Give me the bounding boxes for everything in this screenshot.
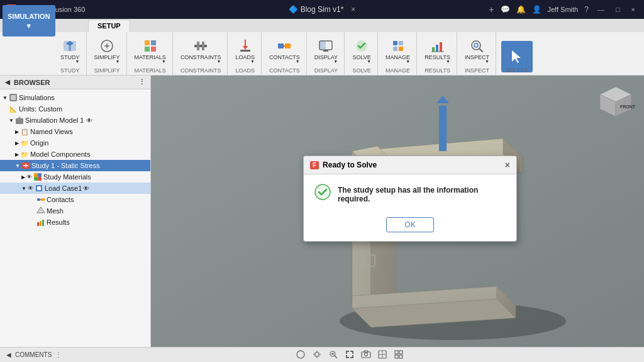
notif-icon[interactable]: 🔔 (516, 5, 526, 14)
tab-setup[interactable]: SETUP (88, 20, 130, 32)
study-mat-vis[interactable]: 👁 (26, 174, 32, 180)
doc-title: Blog Sim v1* (301, 5, 344, 14)
svg-rect-49 (42, 220, 44, 226)
tree-model-components[interactable]: ▶ 📁 Model Components (0, 149, 150, 160)
fit-icon[interactable] (345, 349, 355, 361)
load-case-vis[interactable]: 👁 (28, 185, 33, 191)
simulation-dropdown[interactable]: SIMULATION ▼ (3, 5, 55, 37)
study1-icon (21, 161, 30, 170)
load-case1-icon (35, 184, 43, 193)
dialog-check-icon (314, 183, 331, 203)
solve-icon (354, 38, 369, 54)
navcube[interactable]: FRONT (594, 82, 638, 126)
close-btn[interactable]: × (629, 6, 638, 13)
ribbon-tabs: SIMULATION ▼ SETUP (0, 19, 644, 32)
load-case-eye2[interactable]: 👁 (83, 185, 89, 192)
study-arrow: ▼ (75, 59, 80, 64)
tree-contacts[interactable]: Contacts (0, 194, 150, 205)
tree-mesh[interactable]: Mesh (0, 205, 150, 217)
svg-rect-95 (399, 351, 402, 354)
group-select-label: SELECT (497, 67, 536, 74)
camera-icon[interactable] (361, 349, 371, 361)
expand-origin[interactable]: ▶ (15, 140, 19, 146)
expand-simulations[interactable]: ▼ (3, 95, 8, 101)
zoom-icon[interactable] (328, 349, 338, 361)
svg-rect-83 (352, 351, 353, 354)
browser-label: BROWSER (14, 79, 50, 86)
tree-simulations[interactable]: ▼ Simulations (0, 92, 150, 103)
materials-icon (143, 38, 158, 54)
pan-icon[interactable] (312, 349, 322, 361)
tree-load-case1[interactable]: ▼ 👁 Load Case1 👁 (0, 183, 150, 194)
title-right: + 💬 🔔 👤 Jeff Smith ? — □ × (489, 4, 638, 14)
svg-rect-9 (202, 42, 204, 50)
svg-rect-75 (315, 353, 319, 356)
named-views-label: Named Views (30, 128, 73, 135)
tree-sim-model[interactable]: ▼ Simulation Model 1 👁 (0, 115, 150, 126)
expand-sim-model[interactable]: ▼ (9, 118, 14, 123)
tree-results[interactable]: Results (0, 217, 150, 228)
simulation-label: SIMULATION (8, 13, 50, 20)
svg-rect-20 (399, 41, 403, 45)
svg-text:FRONT: FRONT (620, 105, 636, 109)
expand-named-views[interactable]: ▶ (15, 129, 19, 135)
study-materials-label: Study Materials (43, 173, 91, 181)
display-mode-icon[interactable] (377, 349, 387, 361)
svg-rect-25 (440, 42, 442, 52)
svg-rect-5 (145, 47, 150, 52)
dialog-close-btn[interactable]: × (505, 160, 510, 170)
group-inspect: INSPECT ▼ INSPECT (458, 32, 496, 75)
user-name: Jeff Smith (548, 6, 579, 13)
browser-options[interactable]: ⋮ (138, 78, 145, 86)
account-icon[interactable]: 👤 (532, 5, 541, 14)
dialog-ok-button[interactable]: OK (386, 217, 433, 232)
tree-study1[interactable]: ▼ Study 1 - Static Stress (0, 160, 150, 171)
title-close[interactable]: × (351, 5, 355, 14)
doc-title-center: 🔷 Blog Sim v1* × (289, 5, 356, 14)
grid-icon[interactable] (394, 349, 404, 361)
contacts-label: Contacts (47, 196, 74, 203)
origin-label: Origin (30, 139, 48, 147)
units-icon: 📐 (9, 105, 18, 113)
constraints-label: CONSTRAINTS (180, 55, 221, 61)
simplify-arrow: ▼ (116, 59, 120, 64)
loads-icon (238, 38, 253, 54)
comments-collapse[interactable]: ◀ (6, 351, 11, 358)
svg-rect-87 (352, 355, 353, 358)
tree-study-materials[interactable]: ▶ 👁 Study Materials (0, 171, 150, 183)
tree-named-views[interactable]: ▶ 📋 Named Views (0, 126, 150, 137)
browser-content: ▼ Simulations 📐 Units: Custom ▼ Simulati… (0, 89, 150, 347)
dialog-title: Ready to Solve (323, 161, 377, 169)
group-constraints-label: CONSTRAINTS (174, 67, 228, 74)
maximize-btn[interactable]: □ (613, 6, 623, 13)
minimize-btn[interactable]: — (595, 6, 607, 13)
svg-marker-63 (439, 106, 447, 151)
dropdown-arrow: ▼ (25, 22, 32, 30)
svg-point-74 (297, 351, 304, 358)
expand-study1[interactable]: ▼ (15, 163, 20, 169)
add-icon[interactable]: + (489, 4, 494, 14)
comments-label: COMMENTS (15, 351, 52, 358)
group-materials: MATERIALS ▼ MATERIALS (128, 32, 173, 75)
orbit-icon[interactable] (296, 349, 306, 361)
group-manage: MANAGE ▼ MANAGE (379, 32, 417, 75)
chat-icon[interactable]: 💬 (501, 5, 510, 14)
simulations-icon (9, 93, 18, 102)
help-icon[interactable]: ? (584, 5, 589, 14)
sim-model-eye[interactable]: 👁 (86, 117, 92, 124)
manage-icon (391, 38, 406, 54)
manage-arrow: ▼ (406, 59, 410, 64)
tree-units[interactable]: 📐 Units: Custom (0, 103, 150, 115)
expand-study-materials[interactable]: ▶ (21, 174, 25, 180)
tree-origin[interactable]: ▶ 📁 Origin (0, 137, 150, 149)
expand-load-case1[interactable]: ▼ (21, 186, 26, 191)
statusbar: ◀ COMMENTS ⋮ (0, 347, 644, 362)
comments-icon[interactable]: ⋮ (55, 351, 62, 358)
group-loads: LOADS ▼ LOADS (229, 32, 262, 75)
expand-model-components[interactable]: ▶ (15, 152, 19, 157)
group-select: SELECT (497, 32, 536, 75)
group-study: STUDY ▼ STUDY (54, 32, 87, 75)
load-case1-label: Load Case1 (45, 184, 82, 192)
ready-to-solve-dialog: F Ready to Solve × The study setup has a… (303, 156, 517, 242)
collapse-icon[interactable]: ◀ (5, 79, 10, 86)
